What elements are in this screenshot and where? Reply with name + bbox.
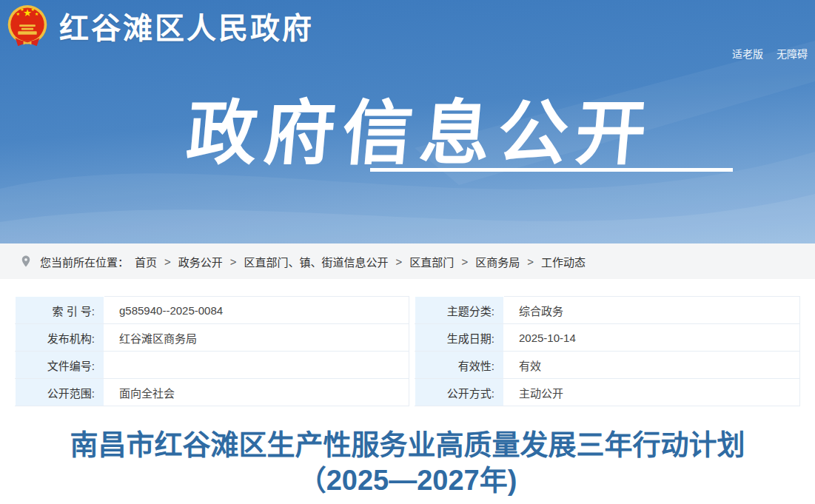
location-pin-icon: [19, 253, 33, 269]
document-meta-section: 索 引 号: g585940--2025-0084 主题分类: 综合政务 发布机…: [0, 279, 815, 406]
meta-value-generation-date: 2025-10-14: [504, 324, 800, 352]
svg-text:★: ★: [20, 7, 24, 12]
table-row: 公开范围: 面向全社会 公开方式: 主动公开: [16, 379, 800, 406]
breadcrumb: 您当前所在位置： 首页 > 政务公开 > 区直部门、镇、街道信息公开 > 区直部…: [0, 243, 815, 279]
svg-text:★: ★: [35, 11, 39, 16]
meta-label-generation-date: 生成日期:: [415, 324, 504, 352]
breadcrumb-item-gov-disclosure[interactable]: 政务公开: [178, 254, 223, 269]
site-title: 红谷滩区人民政府: [59, 4, 314, 47]
barrier-free-link[interactable]: 无障碍: [777, 46, 808, 61]
table-row: 索 引 号: g585940--2025-0084 主题分类: 综合政务: [16, 297, 800, 324]
breadcrumb-item-home[interactable]: 首页: [135, 254, 157, 269]
banner-title: 政府信息公开: [0, 76, 815, 178]
meta-label-topic-category: 主题分类:: [415, 297, 504, 324]
column-spacer: [409, 324, 415, 352]
banner-title-underline: [370, 168, 733, 172]
breadcrumb-item-district-depts[interactable]: 区直部门: [409, 254, 454, 269]
meta-value-issuing-agency: 红谷滩区商务局: [104, 324, 409, 352]
meta-label-validity: 有效性:: [415, 352, 504, 379]
breadcrumb-prefix: 您当前所在位置：: [40, 254, 129, 269]
meta-value-topic-category: 综合政务: [504, 297, 800, 324]
meta-value-disclosure-method: 主动公开: [504, 379, 800, 406]
meta-value-document-number: [104, 352, 409, 379]
meta-label-index-number: 索 引 号:: [16, 297, 104, 324]
table-row: 文件编号: 有效性: 有效: [16, 352, 800, 379]
meta-label-disclosure-scope: 公开范围:: [16, 379, 104, 406]
table-row: 发布机构: 红谷滩区商务局 生成日期: 2025-10-14: [16, 324, 800, 352]
national-emblem-logo: ★ ★ ★ ★ ★: [6, 4, 49, 47]
accessibility-links: 适老版 无障碍: [732, 46, 808, 61]
meta-label-document-number: 文件编号:: [16, 352, 104, 379]
document-meta-table: 索 引 号: g585940--2025-0084 主题分类: 综合政务 发布机…: [15, 296, 800, 406]
breadcrumb-separator: >: [164, 255, 171, 268]
breadcrumb-separator: >: [396, 255, 403, 268]
breadcrumb-item-commerce-bureau[interactable]: 区商务局: [475, 254, 520, 269]
elderly-version-link[interactable]: 适老版: [732, 46, 763, 61]
breadcrumb-separator: >: [527, 255, 534, 268]
meta-label-issuing-agency: 发布机构:: [16, 324, 104, 352]
site-header: ★ ★ ★ ★ ★ 红谷滩区人民政府: [6, 4, 314, 47]
breadcrumb-separator: >: [230, 255, 237, 268]
article-title: 南昌市红谷滩区生产性服务业高质量发展三年行动计划（2025—2027年): [0, 427, 815, 498]
site-banner: ★ ★ ★ ★ ★ 红谷滩区人民政府 适老版 无障碍 政府信息公开: [0, 0, 815, 243]
column-spacer: [409, 352, 415, 379]
meta-value-validity: 有效: [504, 352, 800, 379]
svg-text:★: ★: [30, 7, 35, 12]
meta-value-index-number: g585940--2025-0084: [104, 297, 409, 324]
breadcrumb-item-work-news[interactable]: 工作动态: [541, 254, 586, 269]
meta-label-disclosure-method: 公开方式:: [415, 379, 504, 406]
column-spacer: [409, 379, 415, 406]
column-spacer: [409, 297, 415, 324]
breadcrumb-item-district-depts-info[interactable]: 区直部门、镇、街道信息公开: [244, 254, 389, 269]
breadcrumb-separator: >: [461, 255, 468, 268]
meta-value-disclosure-scope: 面向全社会: [104, 379, 409, 406]
